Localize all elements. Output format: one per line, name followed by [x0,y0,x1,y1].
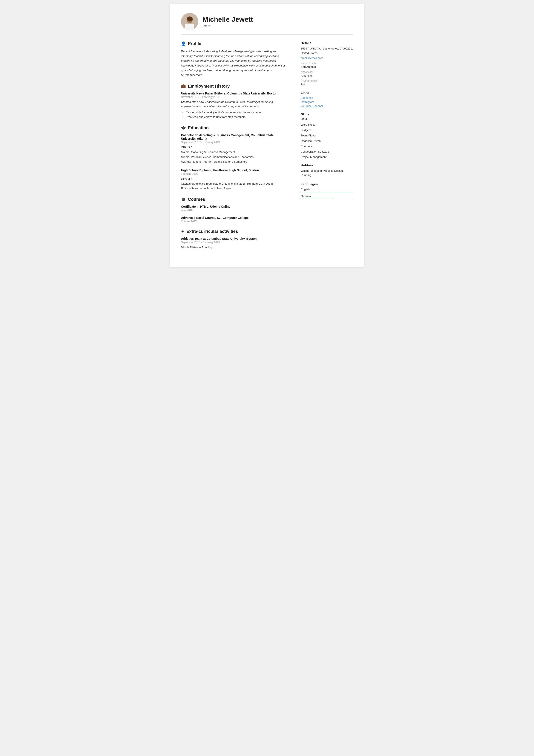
place-of-birth-value: San Antonio [301,65,353,68]
avatar [181,13,198,30]
education-detail-1-1: Captain of Athletics Team (State Champio… [181,181,286,186]
education-detail-0-0: GPA: 3.6 [181,145,286,150]
skill-2: Budgets [301,128,353,132]
svg-rect-6 [185,24,194,30]
extracurricular-section: ✦ Extra-curricular activities Athletics … [181,229,286,250]
employment-bullets-0: Responsible for weekly editor's comments… [181,110,286,120]
hobbies-section-title: Hobbies [301,163,353,167]
education-title-0: Bachelor of Marketing & Business Managem… [181,133,286,140]
language-item-1: German [301,195,353,199]
courses-section: 🎓 Courses Certificate in HTML, Udemy Onl… [181,197,286,223]
employment-date-0: November 2016 – February 2019 [181,95,286,98]
skill-3: Team Player [301,134,353,137]
language-bar-bg-0 [301,192,353,192]
employment-title-0: University News Paper Editor at Columbus… [181,92,286,95]
skill-0: HTML [301,118,353,121]
skill-7: Project Management [301,155,353,159]
education-detail-0-1: Majors: Marketing & Business Management [181,150,286,154]
link-facebook[interactable]: Facebook [301,96,353,99]
education-detail-0-2: Minors: Political Science, Communication… [181,155,286,159]
left-column: 👤 Profile Recent Bachelor of Marketing &… [181,41,286,256]
nationality-value: American [301,74,353,77]
courses-icon: 🎓 [181,197,186,202]
link-youtube[interactable]: YouTube Channel [301,104,353,108]
language-item-0: English [301,188,353,192]
details-section: Details 1515 Pacific Ave, Los Angeles, C… [301,41,353,86]
main-layout: 👤 Profile Recent Bachelor of Marketing &… [181,41,353,256]
extracurricular-title-0: Athletics Team at Columbus State Univers… [181,237,286,240]
resume-container: Michelle Jewett Intern 👤 Profile Recent … [170,4,364,267]
extracurricular-entry-0: Athletics Team at Columbus State Univers… [181,237,286,250]
skill-4: Deadline Driven [301,139,353,143]
education-detail-0-3: Awards: Honors Program, Dean's list for … [181,159,286,164]
education-entry-0: Bachelor of Marketing & Business Managem… [181,133,286,164]
profile-icon: 👤 [181,41,186,46]
employment-desc-0: Created three new websites for the Colum… [181,100,286,109]
course-date-0: April 2018 [181,209,286,212]
resume-header: Michelle Jewett Intern [181,13,353,35]
candidate-name: Michelle Jewett [202,15,253,23]
right-column: Details 1515 Pacific Ave, Los Angeles, C… [294,41,353,256]
languages-section-title: Languages [301,182,353,186]
language-name-0: English [301,188,353,191]
hobbies-text: Writing, Blogging, Website Design, Runni… [301,169,353,178]
skill-1: Word Press [301,123,353,126]
education-section: 🎓 Education Bachelor of Marketing & Busi… [181,125,286,191]
language-bar-fill-0 [301,192,353,192]
links-section: Links Facebook Instragram YouTube Channe… [301,91,353,108]
courses-section-title: 🎓 Courses [181,197,286,202]
language-bar-fill-1 [301,199,332,199]
nationality-label: Nationality [301,70,353,74]
employment-section: 💼 Employment History University News Pap… [181,84,286,120]
link-instagram[interactable]: Instragram [301,100,353,103]
extracurricular-date-0: September 2016 – February 2019 [181,241,286,244]
bullet-item: Proofread and edit write ups from staff … [186,115,286,120]
course-entry-0: Certificate in HTML, Udemy Online April … [181,205,286,212]
extracurricular-section-title: ✦ Extra-curricular activities [181,229,286,234]
course-title-1: Advanced Excel Course, ICT Computer Coll… [181,216,286,220]
languages-section: Languages English German [301,182,353,199]
education-date-1: February 2016 [181,173,286,176]
profile-section-title: 👤 Profile [181,41,286,46]
employment-section-title: 💼 Employment History [181,84,286,89]
education-icon: 🎓 [181,126,186,130]
education-section-title: 🎓 Education [181,125,286,130]
employment-icon: 💼 [181,84,186,89]
education-entry-1: High School Diploma, Hawthorne High Scho… [181,169,286,191]
course-date-1: October 2017 [181,220,286,223]
education-date-0: September 2016 – February 2019 [181,141,286,144]
svg-point-4 [187,17,192,21]
links-section-title: Links [301,91,353,94]
details-section-title: Details [301,41,353,45]
skill-5: Energetic [301,145,353,148]
driving-license-label: Driving license [301,79,353,82]
detail-email: email@email.com [301,56,353,60]
place-of-birth-label: Place of birth [301,62,353,65]
skills-section-title: Skills [301,112,353,116]
hobbies-section: Hobbies Writing, Blogging, Website Desig… [301,163,353,178]
bullet-item: Responsible for weekly editor's comments… [186,110,286,115]
education-detail-1-0: GPA: 3.7 [181,177,286,181]
language-bar-bg-1 [301,199,353,199]
profile-section: 👤 Profile Recent Bachelor of Marketing &… [181,41,286,78]
employment-entry-0: University News Paper Editor at Columbus… [181,92,286,120]
skill-6: Collaboration Software [301,150,353,153]
candidate-title: Intern [202,24,253,28]
header-info: Michelle Jewett Intern [202,15,253,28]
skills-section: Skills HTML Word Press Budgets Team Play… [301,112,353,159]
detail-address: 1515 Pacific Ave, Los Angeles, CA 90291,… [301,46,353,56]
education-title-1: High School Diploma, Hawthorne High Scho… [181,169,286,172]
education-detail-1-2: Editor of Hawthorne School News Paper [181,186,286,191]
course-entry-1: Advanced Excel Course, ICT Computer Coll… [181,216,286,223]
course-title-0: Certificate in HTML, Udemy Online [181,205,286,208]
profile-text: Recent Bachelor of Marketing & Business … [181,49,286,78]
extracurricular-icon: ✦ [181,229,184,234]
extracurricular-detail-0-0: Middle Distance Running [181,245,286,250]
language-name-1: German [301,195,353,198]
driving-license-value: Full [301,83,353,86]
